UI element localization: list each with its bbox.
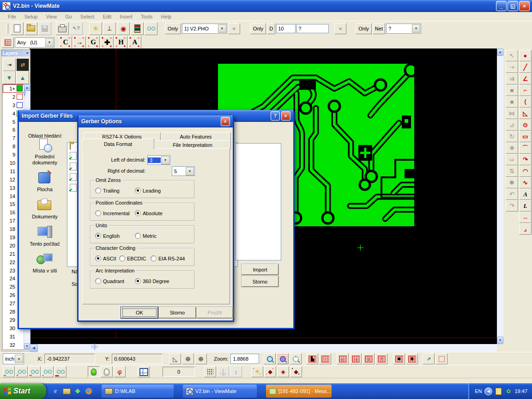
radio-ebcdic[interactable]: EBCDIC: [119, 255, 146, 261]
draw-pad-tool[interactable]: ●: [519, 50, 532, 61]
print-button[interactable]: [56, 22, 69, 35]
pattern-diamond-open-button[interactable]: ◈: [277, 366, 289, 377]
radio-icon[interactable]: [135, 187, 141, 193]
close-button[interactable]: ×: [281, 111, 290, 121]
canvas-vscrollbar[interactable]: ▲ ▼: [497, 48, 503, 344]
layer-mix-button[interactable]: ⇄: [16, 58, 29, 71]
only-dcode-toggle[interactable]: Only: [250, 23, 266, 34]
zoom-value-input[interactable]: 1.8868: [230, 354, 259, 364]
layer-down-button[interactable]: ▼: [3, 71, 16, 84]
pan-down-icon[interactable]: ↓: [363, 353, 375, 364]
undo-tool[interactable]: ↶: [506, 188, 518, 200]
layer-row[interactable]: 31: [3, 332, 24, 341]
layer-row[interactable]: 3: [3, 101, 24, 109]
move-selection-tool[interactable]: ⇨: [506, 154, 518, 165]
dcode-arrow-icon[interactable]: →: [73, 36, 86, 49]
radio-english[interactable]: English: [95, 233, 120, 239]
menu-item[interactable]: Insert: [115, 13, 137, 20]
settings-tool[interactable]: ✱: [506, 177, 518, 188]
close-button[interactable]: ×: [519, 1, 530, 11]
dcode-input[interactable]: 10: [276, 24, 296, 33]
apply-button[interactable]: Použít: [197, 307, 233, 318]
dcode-c-icon[interactable]: C: [59, 36, 72, 49]
chevron-down-icon[interactable]: ▼: [15, 355, 23, 363]
draw-circle-tool[interactable]: ⊙: [519, 119, 532, 131]
flip-horizontal-tool[interactable]: ⋈: [506, 108, 518, 119]
layer-collapse-button[interactable]: ⇥: [3, 58, 16, 71]
network-places[interactable]: Místa v síti: [24, 253, 66, 274]
radio-360-degree[interactable]: 360 Degree: [135, 278, 169, 284]
layer-row[interactable]: 32: [3, 341, 24, 349]
left-of-decimal-select[interactable]: 3 ▼: [147, 155, 170, 165]
quicklaunch-book-icon[interactable]: ❖: [73, 387, 82, 395]
save-file-button[interactable]: [38, 22, 51, 35]
only-net-toggle[interactable]: Only: [356, 23, 372, 34]
view-flash-button[interactable]: ▪▪: [29, 366, 41, 377]
pattern-diamond-dot-button[interactable]: ◆: [290, 366, 302, 377]
filled-rect-alt-tool[interactable]: ■: [506, 96, 518, 108]
view-dot-button[interactable]: •: [42, 366, 54, 377]
radio-icon[interactable]: [95, 278, 101, 284]
radio-leading[interactable]: Leading: [135, 187, 161, 193]
restore-button[interactable]: ◱: [508, 1, 518, 11]
chevron-down-icon[interactable]: ▼: [186, 167, 194, 175]
toolbar-grip[interactable]: [6, 24, 8, 34]
grid-offset-button[interactable]: ▥: [406, 353, 418, 364]
taskbar-task-mlab[interactable]: D:\MLAB: [102, 385, 174, 398]
radio-absolute[interactable]: Absolute: [135, 210, 163, 216]
letter-tool[interactable]: L: [519, 200, 532, 212]
draw-angle-arc-tool[interactable]: ⟨: [519, 96, 532, 108]
radio-quadrant[interactable]: Quadrant: [95, 278, 124, 284]
start-button[interactable]: Start: [0, 383, 46, 399]
radio-eia-rs244[interactable]: EIA RS-244: [151, 255, 185, 261]
scroll-thumb[interactable]: [24, 90, 25, 97]
only-layer-toggle[interactable]: Only: [165, 23, 181, 34]
pan-right-icon[interactable]: →: [350, 353, 362, 364]
dcode-a-icon[interactable]: A: [128, 36, 141, 49]
prev-layer-button[interactable]: <: [228, 23, 240, 34]
draw-arc2-tool[interactable]: ◠: [519, 165, 532, 177]
layer-row[interactable]: 1+: [3, 85, 24, 93]
flash-mode-button[interactable]: ✳: [89, 22, 102, 35]
rotate-tool[interactable]: ↻: [506, 131, 518, 142]
dcode-grid-button[interactable]: [2, 37, 14, 48]
tile-windows-button[interactable]: [138, 366, 150, 377]
layer-swatch[interactable]: [17, 85, 23, 91]
pattern-diamond-button[interactable]: ◆: [264, 366, 276, 377]
grid-snap-button[interactable]: ▣: [393, 353, 405, 364]
pan-left-icon[interactable]: ←: [337, 353, 349, 364]
help-button[interactable]: ?: [271, 111, 280, 121]
quicklaunch-ie-icon[interactable]: e: [51, 387, 60, 395]
draw-polyline-tool[interactable]: ∠: [519, 73, 532, 85]
redo-tool[interactable]: ↷: [506, 200, 518, 212]
zoom-tool-button[interactable]: [264, 353, 276, 364]
menu-item[interactable]: Help: [157, 13, 176, 20]
view-underline-button[interactable]: ▬: [54, 366, 66, 377]
cancel-button[interactable]: Storno: [159, 307, 196, 318]
crosshair-button[interactable]: ⊕: [182, 353, 194, 364]
select-area-button[interactable]: [435, 353, 447, 364]
language-indicator[interactable]: EN: [475, 388, 482, 394]
dcode-h-icon[interactable]: H: [115, 36, 127, 49]
draw-corner-tool[interactable]: ⌐: [519, 85, 532, 96]
desktop[interactable]: Plocha: [24, 171, 66, 193]
draw-line-tool[interactable]: ╱: [519, 61, 532, 73]
draw-arc-tool[interactable]: ↷: [519, 154, 532, 165]
zoom-selection-button[interactable]: [290, 353, 302, 364]
radio-icon[interactable]: [135, 210, 141, 216]
quicklaunch-folder-icon[interactable]: [62, 387, 71, 395]
radio-incremental[interactable]: Incremental: [95, 210, 129, 216]
anchor-button[interactable]: ⚓: [217, 366, 229, 377]
taskbar-task-message[interactable]: [191-482-091] - Mess...: [266, 385, 332, 398]
transform-tool[interactable]: ⇅: [506, 165, 518, 177]
cancel-button[interactable]: Storno: [242, 276, 278, 287]
dot-grid-button[interactable]: [204, 366, 216, 377]
angle-measure-button[interactable]: ◺: [169, 353, 181, 364]
chevron-down-icon[interactable]: ▼: [161, 156, 169, 164]
tray-chevron-icon[interactable]: ◀: [484, 387, 492, 395]
tray-icq-icon[interactable]: ✿: [505, 388, 512, 395]
view-dcode-lines-button[interactable]: ≡: [16, 366, 28, 377]
layer-up-button[interactable]: ▲: [16, 71, 29, 84]
layers-panel-titlebar[interactable]: Layers ×: [1, 50, 30, 56]
text-tool[interactable]: A: [519, 188, 532, 200]
